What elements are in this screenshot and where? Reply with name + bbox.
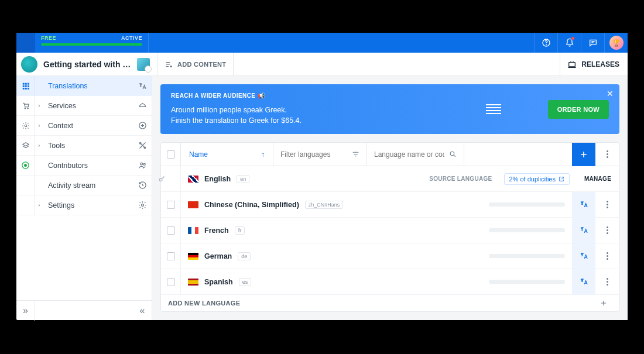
search-icon[interactable]: [449, 150, 457, 158]
language-name: Spanish: [204, 278, 233, 286]
banner-line1: Around million people speak Greek.: [171, 105, 463, 115]
table-row: Spanish es: [161, 269, 619, 295]
close-icon[interactable]: ✕: [607, 89, 614, 98]
help-icon[interactable]: [534, 33, 557, 53]
collapse-icon[interactable]: «: [133, 301, 152, 321]
translate-button[interactable]: [572, 243, 595, 269]
svg-rect-11: [27, 88, 29, 90]
svg-rect-9: [22, 88, 24, 90]
sidebar-item-label: Tools: [48, 142, 133, 150]
add-circle-icon: [133, 121, 152, 130]
table-row: French fr: [161, 218, 619, 243]
row-checkbox[interactable]: [161, 192, 181, 218]
row-checkbox[interactable]: [161, 269, 181, 295]
languages-table: Name ↑: [160, 142, 619, 312]
greek-flag-icon: [486, 104, 501, 114]
search-language-input[interactable]: [367, 143, 464, 166]
svg-rect-4: [25, 83, 26, 85]
svg-rect-2: [569, 62, 576, 66]
name-header-label: Name: [189, 150, 208, 159]
notification-badge: [571, 36, 575, 40]
messages-icon[interactable]: [581, 33, 604, 53]
search-input[interactable]: [374, 150, 444, 159]
progress-bar: [489, 280, 565, 284]
language-name: German: [204, 252, 232, 260]
translate-button[interactable]: [572, 269, 595, 295]
notifications-icon[interactable]: [557, 33, 581, 53]
sidebar-item-settings[interactable]: › Settings: [16, 195, 152, 215]
svg-rect-5: [27, 83, 29, 85]
filter-input[interactable]: [280, 150, 339, 159]
row-more-button[interactable]: [595, 192, 619, 218]
sidebar-item-tools[interactable]: › Tools: [16, 136, 152, 156]
add-new-language-plus[interactable]: [595, 295, 612, 311]
sidebar-footer: » «: [16, 300, 152, 320]
sidebar-item-label: Translations: [48, 82, 133, 90]
sidebar-item-translations[interactable]: Translations: [16, 76, 152, 96]
history-icon: [133, 181, 152, 190]
add-new-language-link[interactable]: ADD NEW LANGUAGE: [168, 300, 240, 307]
svg-point-24: [159, 178, 162, 181]
gear-icon: [133, 201, 152, 209]
banner-title: REACH A WIDER AUDIENCE 📢: [171, 92, 463, 99]
expand-icon[interactable]: »: [16, 301, 35, 321]
table-row: English en SOURCE LANGUAGE 2% of duplici…: [161, 166, 619, 192]
flag-icon: [188, 279, 198, 286]
flag-icon: [188, 201, 198, 208]
row-more-button[interactable]: [595, 243, 619, 269]
filter-languages-input[interactable]: [273, 143, 367, 166]
releases-label: RELEASES: [581, 60, 619, 68]
tools-icon: [133, 141, 152, 150]
add-content-label: ADD CONTENT: [177, 61, 226, 68]
svg-point-21: [143, 163, 145, 165]
filter-icon[interactable]: [352, 150, 359, 158]
app-logo[interactable]: [16, 33, 35, 53]
sync-icon: [16, 156, 35, 176]
progress-bar: [489, 228, 565, 232]
tag-icon: [16, 136, 35, 156]
duplicities-link[interactable]: 2% of duplicities: [504, 173, 570, 185]
sidebar-item-contributors[interactable]: Contributors: [16, 156, 152, 176]
top-bar: FREE ACTIVE 🏆: [16, 33, 628, 53]
translate-button[interactable]: [572, 218, 595, 243]
language-code: zh_CN#Hans: [305, 201, 344, 209]
table-footer: ADD NEW LANGUAGE: [161, 295, 619, 311]
releases-button[interactable]: RELEASES: [567, 60, 619, 69]
svg-point-1: [546, 44, 546, 45]
gear-icon: [16, 116, 35, 136]
project-thumbnail[interactable]: [137, 58, 150, 71]
project-title: Getting started with local…: [43, 60, 131, 69]
user-avatar[interactable]: 🏆: [604, 33, 628, 53]
add-content-button[interactable]: ADD CONTENT: [165, 60, 226, 68]
row-checkbox[interactable]: [161, 243, 181, 269]
sidebar-item-context[interactable]: › Context: [16, 116, 152, 136]
project-icon[interactable]: [21, 56, 37, 73]
language-code: fr: [235, 226, 245, 235]
sidebar-item-activity[interactable]: Activity stream: [16, 176, 152, 195]
row-more-button[interactable]: [595, 218, 619, 243]
sidebar-item-label: Contributors: [48, 161, 133, 170]
order-now-button[interactable]: ORDER NOW: [548, 100, 609, 119]
flag-icon: [188, 227, 198, 234]
source-language-badge: SOURCE LANGUAGE: [429, 176, 492, 182]
row-checkbox[interactable]: [161, 218, 181, 243]
table-more-button[interactable]: [595, 143, 619, 166]
svg-rect-7: [25, 85, 26, 87]
svg-point-19: [25, 164, 27, 167]
plan-status-label: ACTIVE: [121, 35, 142, 41]
sidebar-item-services[interactable]: › Services: [16, 96, 152, 116]
plan-indicator[interactable]: FREE ACTIVE: [35, 33, 149, 53]
select-all-checkbox[interactable]: [161, 143, 181, 166]
manage-button[interactable]: MANAGE: [577, 176, 619, 182]
language-code: de: [238, 252, 251, 260]
row-more-button[interactable]: [595, 269, 619, 295]
svg-point-14: [25, 125, 27, 127]
add-language-button[interactable]: [572, 143, 595, 166]
progress-bar: [489, 202, 565, 207]
plan-progress-bar: [41, 43, 142, 46]
translate-button[interactable]: [572, 192, 595, 218]
svg-point-13: [27, 108, 28, 109]
sidebar-item-label: Activity stream: [48, 181, 133, 190]
serve-icon: [133, 101, 152, 110]
name-column-header[interactable]: Name ↑: [181, 143, 273, 166]
